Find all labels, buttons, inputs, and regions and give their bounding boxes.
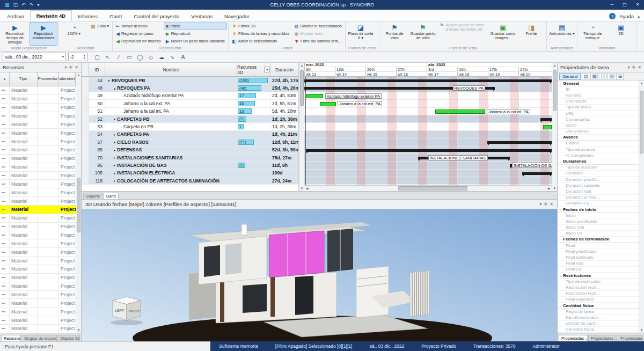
gantt-bar[interactable] — [540, 118, 552, 121]
task-row[interactable]: 48▴REVOQUES PA(46)25d, 4h, 20m — [82, 84, 298, 92]
property-row[interactable]: Inicio — [558, 213, 639, 218]
task-row[interactable]: 105▸INSTALACIÓN ELÉCTRICA109d — [82, 170, 298, 177]
play-reverse-button[interactable]: ◀Reproducir en Inverso — [114, 38, 163, 45]
resource-row[interactable]: MaterialProject — [0, 86, 76, 95]
property-row[interactable]: Rendimiento esti... — [558, 315, 639, 320]
resource-row[interactable]: MaterialProject — [0, 146, 76, 155]
properties-tab-general[interactable]: General — [559, 73, 581, 80]
pin-icon[interactable]: ✛ — [544, 202, 548, 207]
gantt-row[interactable] — [304, 177, 552, 185]
tab-gantt[interactable]: Gantt — [103, 193, 118, 199]
tab-propiedades-2[interactable]: Propiedades — [618, 335, 643, 341]
play-button[interactable]: ▶Reproducir — [164, 30, 227, 37]
animations-button[interactable]: ▤Animaciones ▾ — [548, 22, 576, 46]
resource-row[interactable]: MaterialProject — [0, 129, 76, 137]
tab-propiedades-1[interactable]: Propiedades ... — [588, 335, 617, 341]
property-row[interactable]: Regla de tarea — [558, 309, 639, 315]
property-row[interactable]: Duración LB — [558, 201, 639, 207]
dropdown-icon[interactable]: ▾ — [628, 65, 630, 70]
gantt-row[interactable] — [304, 170, 552, 177]
add-view-icon[interactable]: ⊞ — [616, 73, 624, 80]
property-row[interactable]: Final LB — [558, 267, 639, 273]
resource-row[interactable]: MaterialProject — [0, 120, 76, 129]
critical-path-filter-button[interactable]: ▼Filtro del camino críti... — [292, 38, 344, 45]
resource-row[interactable]: MaterialProject — [0, 248, 76, 257]
tab-propiedades-0[interactable]: Propiedades ... — [559, 335, 588, 341]
gantt-bar[interactable] — [435, 109, 485, 114]
close-icon[interactable]: ✕ — [638, 65, 641, 70]
property-row[interactable]: Estado — [558, 141, 639, 147]
gantt-bar[interactable] — [306, 94, 323, 98]
task-row[interactable]: 57▸CIELO RASOS(11)12d, 6h, 11m — [82, 138, 298, 146]
hide-selected-button[interactable]: ◍Ocultar lo seleccionado — [292, 23, 344, 30]
resources-column-tipo[interactable]: Tipo — [10, 72, 38, 86]
property-row[interactable]: Duración restante — [558, 182, 639, 188]
tab-recursos[interactable]: Recursos — [1, 335, 21, 341]
resource-row[interactable]: MaterialProject — [0, 282, 76, 291]
expand-icon[interactable]: ▸ — [114, 179, 115, 182]
ellipse-tool[interactable]: ◯ — [135, 53, 145, 62]
property-row[interactable]: Duración al final... — [558, 195, 639, 201]
task-row[interactable]: 65▸DEFENSAS52d, 3h, 50m — [82, 147, 298, 154]
split-view-icon[interactable]: ◫ — [599, 73, 606, 80]
stop-button[interactable]: ■Parar — [164, 23, 227, 30]
line-tool[interactable]: ∕ — [114, 53, 123, 62]
filters-3d-button[interactable]: ▼Filtros 3D — [230, 23, 291, 30]
property-row[interactable]: Final planificado — [558, 248, 639, 254]
scroll-up-icon[interactable]: ▲ — [76, 72, 81, 78]
property-row[interactable]: ID — [558, 86, 639, 92]
gantt-row[interactable] — [304, 123, 552, 130]
gantt-vertical-scrollbar[interactable]: ▲ ▼ — [552, 63, 557, 191]
property-row[interactable]: Comentarios — [558, 116, 639, 122]
property-section-cantidad-f-sica[interactable]: ▹Cantidad física — [558, 303, 639, 309]
resources-column-calendario[interactable]: Calendario — [58, 72, 76, 86]
property-row[interactable]: Tipo de restricción — [558, 279, 639, 284]
grid-view-icon[interactable]: ▤ — [582, 73, 589, 80]
play-animations-button[interactable]: ▶Reproducir animaciones — [30, 22, 57, 46]
form-view-icon[interactable]: ▦ — [590, 73, 598, 80]
close-icon[interactable]: ✕ — [550, 202, 553, 207]
resource-row[interactable]: MaterialProject — [0, 104, 76, 112]
task-column-nombre[interactable]: Nombre — [105, 63, 237, 76]
save-viewpoint-button[interactable]: ⚑Guardar punto de vista — [409, 22, 437, 46]
task-route-filters-button[interactable]: ▼Filtros de tareas y recorridos — [230, 30, 291, 37]
offset-spinner[interactable]: -2 ▲▼ — [68, 53, 87, 61]
property-section-general[interactable]: ▹General — [558, 81, 639, 86]
viewpoints-button[interactable]: ⚑Puntos de vista — [380, 22, 408, 46]
expand-icon[interactable]: ▸ — [114, 133, 115, 136]
dropdown-icon[interactable]: ▾ — [540, 202, 542, 207]
gantt-row[interactable] — [304, 131, 552, 138]
scroll-up-icon[interactable]: ▲ — [639, 81, 644, 86]
speed-button[interactable]: ◔100% ▾ — [60, 22, 88, 46]
property-row[interactable]: Duración real — [558, 188, 639, 194]
list-view-icon[interactable]: ▥ — [608, 73, 615, 80]
scroll-up-icon[interactable]: ▲ — [552, 63, 557, 68]
property-row[interactable]: Restricción fech... — [558, 291, 639, 297]
task-column-duraci-n[interactable]: Duración — [270, 63, 299, 76]
enable-markup-button[interactable]: ✎Habilitar Marcado — [638, 22, 644, 46]
property-row[interactable]: Tipo de tarea — [558, 105, 639, 111]
property-row[interactable]: Duración planific... — [558, 177, 639, 182]
property-row[interactable]: Cantidad física — [558, 327, 639, 333]
resources-vertical-scrollbar[interactable]: ▲ ▼ — [76, 72, 81, 333]
tab-grupos-de-recursos[interactable]: Grupos de recursos — [21, 335, 57, 341]
property-row[interactable]: Final estimado — [558, 254, 639, 260]
property-section-duraciones[interactable]: ▹Duraciones — [558, 158, 639, 164]
gantt-bar[interactable] — [306, 149, 552, 152]
freehand-tool[interactable]: ∿ — [167, 53, 177, 62]
task-row[interactable]: 54▸CARPETAS PA1d, 4h, 21m — [82, 131, 298, 138]
tab-gantt[interactable]: Gantt — [104, 11, 128, 21]
task-row[interactable]: 118▸COLOCACIÓN DE ARTEFACTOS ILUMINACIÓN… — [82, 177, 298, 185]
quick-access-menu-icon[interactable]: ▾ — [37, 0, 40, 10]
resource-row[interactable]: MaterialProject — [0, 172, 76, 180]
task-row[interactable]: 44▸REVOQUES PB(106)27d, 4h, 17m — [82, 77, 298, 84]
scroll-down-icon[interactable]: ▼ — [639, 327, 644, 333]
resource-row[interactable]: MaterialProject — [0, 316, 76, 325]
expand-icon[interactable]: ▸ — [114, 140, 115, 144]
resource-row[interactable]: MaterialProject — [0, 265, 76, 274]
resource-row[interactable]: MaterialProject — [0, 163, 76, 172]
maximize-button[interactable]: ▢ — [618, 0, 631, 10]
dropdown-icon[interactable]: ▾ — [65, 65, 67, 70]
property-row[interactable]: Calendario — [558, 99, 639, 105]
play-focus-time-button[interactable]: ▶Reproducir tiempo de enfoque — [1, 22, 29, 46]
